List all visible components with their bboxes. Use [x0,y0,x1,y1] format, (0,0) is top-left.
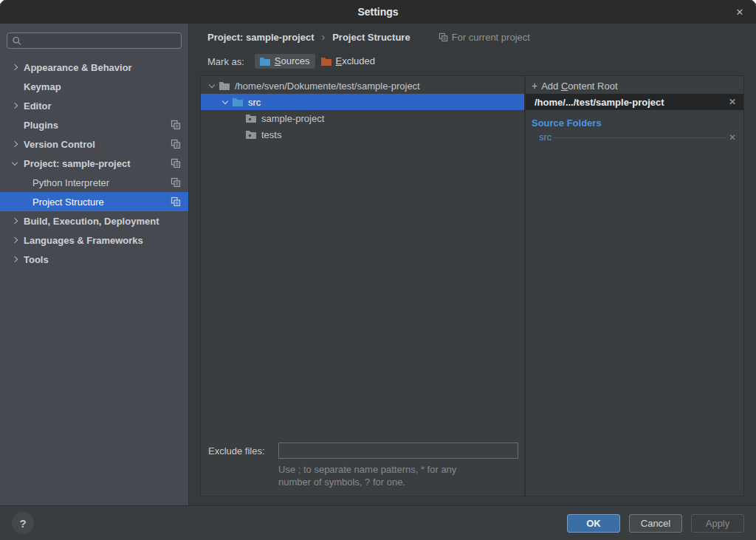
chevron-down-icon[interactable] [205,84,219,87]
sidebar-item-editor[interactable]: Editor [0,96,188,115]
folder-icon [245,113,257,123]
mark-as-toolbar: Mark as: Sources Excluded [189,50,756,72]
mark-as-label: Mark as: [207,56,244,67]
project-level-icon [171,177,181,188]
remove-content-root-icon[interactable]: ✕ [729,97,736,107]
dotted-leader [554,137,726,138]
sidebar-item-keymap[interactable]: Keymap [0,77,188,96]
project-level-icon [439,33,448,42]
directory-tree: /home/sven/Dokumente/test/sample-project… [201,76,524,143]
exclude-files-section: Exclude files: Use ; to separate name pa… [201,440,524,496]
source-folders-heading: Source Folders [532,117,743,129]
sidebar-item-languages-frameworks[interactable]: Languages & Frameworks [0,230,188,250]
project-level-icon [171,120,181,130]
content-root-path: /home/.../test/sample-project [535,97,664,108]
chevron-right-icon[interactable] [9,238,21,242]
structure-panels: /home/sven/Dokumente/test/sample-project… [200,75,744,496]
source-folder-link[interactable]: src [539,131,551,143]
dialog-footer: ? OK Cancel Apply [0,505,756,540]
breadcrumb: Project: sample-project › Project Struct… [189,24,756,50]
tree-row-src[interactable]: src [201,94,524,110]
page-title: Project Structure [332,32,410,43]
project-level-icon [171,196,181,207]
apply-button[interactable]: Apply [691,514,744,533]
exclude-files-label: Exclude files: [208,445,278,457]
breadcrumb-project: Project: sample-project [207,32,315,43]
tree-row-sample-project[interactable]: sample-project [201,110,524,126]
plus-icon: + [532,80,537,92]
sidebar-item-project-sample-project[interactable]: Project: sample-project [0,154,188,173]
sidebar-item-tools[interactable]: Tools [0,250,188,269]
sidebar-item-appearance-behavior[interactable]: Appearance & Behavior [0,58,188,77]
folder-icon [245,129,257,140]
scope-label: For current project [452,32,530,43]
mark-sources-button[interactable]: Sources [255,54,315,69]
ok-button[interactable]: OK [567,514,620,533]
settings-content: Project: sample-project › Project Struct… [189,24,756,505]
question-icon: ? [19,517,26,530]
tree-row-tests[interactable]: tests [201,126,524,143]
sources-folder-icon [259,56,271,66]
sidebar-item-project-structure[interactable]: Project Structure [0,192,188,211]
sidebar-item-version-control[interactable]: Version Control [0,134,188,154]
close-icon[interactable]: ✕ [731,0,749,24]
help-button[interactable]: ? [12,512,34,534]
scope-indicator: For current project [439,32,530,43]
chevron-right-icon[interactable] [9,257,21,262]
source-folder-row[interactable]: src ✕ [539,131,736,143]
chevron-down-icon[interactable] [219,100,232,103]
sidebar-item-build-execution-deployment[interactable]: Build, Execution, Deployment [0,211,188,230]
project-level-icon [171,139,181,149]
sidebar-search[interactable] [7,33,182,49]
content-root-row[interactable]: /home/.../test/sample-project ✕ [526,94,743,110]
add-content-root-button[interactable]: + Add Content Root [526,78,743,94]
folder-icon [219,81,230,91]
source-folder-icon [232,97,244,107]
directory-tree-panel: /home/sven/Dokumente/test/sample-project… [201,76,526,496]
sidebar-item-plugins[interactable]: Plugins [0,115,188,134]
remove-source-folder-icon[interactable]: ✕ [729,132,736,143]
chevron-right-icon[interactable] [9,219,21,223]
chevron-down-icon[interactable] [9,162,21,165]
dialog-title: Settings [357,6,398,18]
mark-excluded-button[interactable]: Excluded [316,54,380,69]
settings-sidebar: Appearance & Behavior Keymap Editor Plug… [0,24,189,505]
content-roots-panel: + Add Content Root /home/.../test/sample… [526,76,743,496]
breadcrumb-separator: › [322,31,326,43]
search-icon [12,35,22,47]
chevron-right-icon[interactable] [9,65,21,69]
cancel-button[interactable]: Cancel [629,514,682,533]
chevron-right-icon[interactable] [9,103,21,108]
tree-row-content-root[interactable]: /home/sven/Dokumente/test/sample-project [201,78,524,94]
settings-dialog: Settings ✕ Appearance & Behavior Keymap … [0,0,756,540]
exclude-files-hint: Use ; to separate name patterns, * for a… [278,463,518,488]
titlebar: Settings ✕ [0,0,756,24]
project-level-icon [171,158,181,168]
search-input[interactable] [22,35,176,47]
sidebar-item-python-interpreter[interactable]: Python Interpreter [0,173,188,192]
excluded-folder-icon [320,56,332,66]
chevron-right-icon[interactable] [9,142,21,146]
exclude-files-input[interactable] [278,442,518,459]
